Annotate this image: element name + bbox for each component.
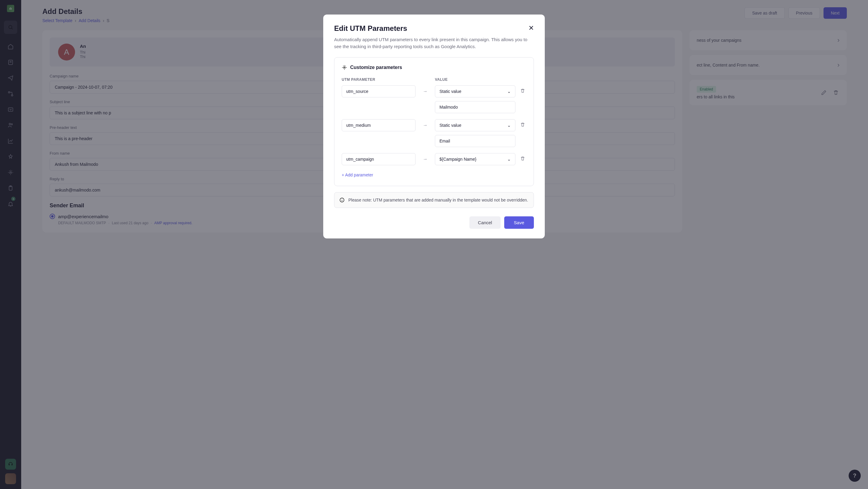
param-row: → ${Campaign Name} ⌄: [342, 153, 526, 165]
note-box: Please note: UTM parameters that are add…: [334, 192, 534, 208]
delete-param-button[interactable]: [520, 156, 526, 162]
note-text: Please note: UTM parameters that are add…: [348, 197, 528, 203]
modal-close-button[interactable]: ✕: [528, 24, 534, 32]
customize-heading: Customize parameters: [350, 65, 402, 70]
param-row: → Static value ⌄: [342, 119, 526, 131]
arrow-icon: →: [421, 123, 430, 128]
modal-description: Automatically append UTM parameters to e…: [334, 36, 534, 50]
gear-icon: [342, 65, 347, 70]
param-name-input[interactable]: [342, 119, 415, 131]
arrow-icon: →: [421, 89, 430, 94]
utm-modal: Edit UTM Parameters ✕ Automatically appe…: [323, 14, 545, 239]
param-type-select[interactable]: Static value ⌄: [435, 119, 516, 131]
modal-title: Edit UTM Parameters: [334, 24, 407, 33]
col-param-header: UTM PARAMETER: [342, 78, 415, 82]
delete-param-button[interactable]: [520, 122, 526, 128]
param-type-select[interactable]: ${Campaign Name} ⌄: [435, 153, 516, 165]
param-type-select[interactable]: Static value ⌄: [435, 85, 516, 97]
save-button[interactable]: Save: [504, 216, 534, 229]
trash-icon: [520, 122, 525, 127]
param-value-input[interactable]: [435, 135, 516, 147]
add-parameter-button[interactable]: + Add parameter: [342, 171, 373, 179]
trash-icon: [520, 156, 525, 161]
param-name-input[interactable]: [342, 85, 415, 97]
param-name-input[interactable]: [342, 153, 415, 165]
arrow-icon: →: [421, 156, 430, 162]
delete-param-button[interactable]: [520, 88, 526, 94]
param-row: → Static value ⌄: [342, 85, 526, 97]
info-icon: [339, 197, 345, 203]
chevron-down-icon: ⌄: [507, 123, 511, 128]
modal-overlay: Edit UTM Parameters ✕ Automatically appe…: [0, 0, 868, 489]
col-value-header: VALUE: [435, 78, 526, 82]
param-value-input[interactable]: [435, 101, 516, 113]
cancel-button[interactable]: Cancel: [469, 216, 501, 229]
chevron-down-icon: ⌄: [507, 89, 511, 94]
chevron-down-icon: ⌄: [507, 157, 511, 161]
svg-point-10: [344, 67, 345, 68]
trash-icon: [520, 88, 525, 93]
